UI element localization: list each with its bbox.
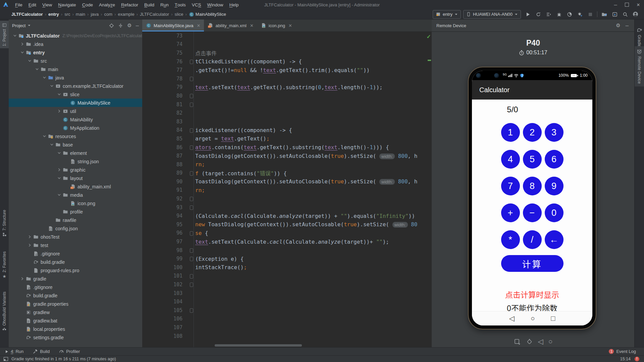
- tree-item-main[interactable]: main: [9, 65, 142, 73]
- key-plus[interactable]: +: [501, 203, 520, 222]
- tree-item-rawfile[interactable]: rawfile: [9, 216, 142, 224]
- tool-strip-gradle[interactable]: Gradle: [635, 25, 644, 50]
- editor-tab-mainabilityslice-java[interactable]: CMainAbilitySlice.java✕: [142, 19, 204, 32]
- menu-vcs[interactable]: VCS: [189, 0, 204, 9]
- tree-expand-icon[interactable]: [48, 84, 55, 88]
- tool-strip-remote-device[interactable]: Remote Device: [635, 46, 644, 86]
- nav-home-button[interactable]: ○: [531, 314, 535, 322]
- collapse-button[interactable]: [118, 23, 123, 28]
- debug-button[interactable]: [554, 10, 564, 18]
- chevron-down-icon[interactable]: [28, 24, 31, 27]
- menu-window[interactable]: Window: [204, 0, 226, 9]
- tree-item-icon-png[interactable]: icon.png: [9, 199, 142, 207]
- tree-item-layout[interactable]: layout: [9, 174, 142, 182]
- tree-item-ability-main-xml[interactable]: <>ability_main.xml: [9, 182, 142, 191]
- menu-navigate[interactable]: Navigate: [55, 0, 79, 9]
- key-7[interactable]: 7: [501, 177, 520, 195]
- fold-marker-icon[interactable]: [190, 145, 193, 150]
- horizontal-scrollbar[interactable]: [215, 344, 302, 347]
- fold-marker-icon[interactable]: [190, 103, 193, 107]
- tree-item-mainability[interactable]: CMainAbility: [9, 115, 142, 124]
- tree-expand-icon[interactable]: [19, 51, 25, 54]
- nav-recent-button[interactable]: □: [551, 314, 555, 322]
- maximize-button[interactable]: [621, 0, 633, 9]
- tree-item-proguard-rules-pro[interactable]: proguard-rules.pro: [9, 266, 142, 275]
- tree-item-slice[interactable]: slice: [9, 90, 142, 99]
- tree-item-jltfcalculator[interactable]: JLTFCalculatorZ:\Projects\DevEcoProjects…: [9, 32, 142, 40]
- locate-button[interactable]: [109, 23, 114, 28]
- fold-marker-icon[interactable]: [190, 197, 193, 201]
- calculate-button[interactable]: 计算: [501, 255, 564, 272]
- back-button[interactable]: ◁: [538, 338, 543, 346]
- tree-item-gradle[interactable]: gradle: [9, 275, 142, 283]
- tree-item-graphic[interactable]: graphic: [9, 166, 142, 174]
- tool-strip-7-structure[interactable]: 7: Structure: [0, 208, 9, 239]
- tree-item-myapplication[interactable]: CMyApplication: [9, 124, 142, 132]
- tree-expand-icon[interactable]: [56, 176, 62, 180]
- key-8[interactable]: 8: [523, 177, 542, 195]
- minimize-button[interactable]: ─: [610, 0, 621, 9]
- tree-expand-icon[interactable]: [26, 243, 33, 247]
- fold-marker-icon[interactable]: [190, 308, 193, 313]
- tree-item-config-json[interactable]: {}config.json: [9, 224, 142, 233]
- tree-expand-icon[interactable]: [56, 93, 62, 96]
- fold-marker-icon[interactable]: [190, 205, 193, 210]
- breadcrumb-item[interactable]: java: [91, 12, 99, 17]
- tree-item-com-example-jltfcalculator[interactable]: com.example.JLTFCalculator: [9, 82, 142, 90]
- breadcrumb-item[interactable]: example: [118, 12, 134, 17]
- menu-edit[interactable]: Edit: [25, 0, 39, 9]
- bottom-tab-4-run[interactable]: 4: Run: [5, 349, 23, 354]
- key-1[interactable]: 1: [501, 123, 520, 142]
- tree-item-java[interactable]: java: [9, 73, 142, 82]
- runwin-button[interactable]: [610, 10, 619, 18]
- menu-code[interactable]: Code: [79, 0, 96, 9]
- rotate-device-button[interactable]: [526, 338, 533, 345]
- avatar-button[interactable]: [631, 10, 640, 18]
- breadcrumb-item[interactable]: com: [104, 12, 113, 17]
- fold-marker-icon[interactable]: [190, 128, 193, 133]
- key-backspace[interactable]: ←: [545, 230, 564, 249]
- run-button[interactable]: [523, 10, 532, 18]
- tree-expand-icon[interactable]: [26, 59, 33, 63]
- attach-button[interactable]: [575, 10, 584, 18]
- breadcrumb-item[interactable]: slice: [175, 12, 183, 17]
- close-button[interactable]: ✕: [633, 0, 644, 9]
- fold-marker-icon[interactable]: [190, 94, 193, 98]
- menu-run[interactable]: Run: [157, 0, 172, 9]
- menu-help[interactable]: Help: [226, 0, 242, 9]
- tree-item-gradlew-bat[interactable]: gradlew.bat: [9, 316, 142, 325]
- fold-marker-icon[interactable]: [190, 171, 193, 176]
- key-9[interactable]: 9: [545, 177, 564, 195]
- breadcrumb-item[interactable]: CMainAbilitySlice: [189, 12, 226, 17]
- menu-build[interactable]: Build: [141, 0, 157, 9]
- device-select[interactable]: HUAWEI ANA-AN00: [463, 10, 521, 19]
- close-icon[interactable]: ✕: [288, 23, 292, 28]
- tree-expand-icon[interactable]: [56, 168, 62, 172]
- tree-item--gitignore[interactable]: .gitignore: [9, 283, 142, 291]
- fold-marker-icon[interactable]: [190, 283, 193, 287]
- gear-button[interactable]: ⚙: [616, 23, 620, 28]
- tree-expand-icon[interactable]: [26, 235, 33, 239]
- tree-item-util[interactable]: util: [9, 107, 142, 115]
- key-minus[interactable]: −: [523, 203, 542, 222]
- breadcrumb-item[interactable]: JLTFCalculator: [140, 12, 169, 17]
- tree-item-local-properties[interactable]: local.properties: [9, 325, 142, 333]
- menu-file[interactable]: File: [12, 0, 25, 9]
- tool-strip-ohosbuild-variants[interactable]: OhosBuild Variants: [0, 290, 9, 334]
- tool-strip-2-favorites[interactable]: 2: Favorites★: [0, 249, 9, 281]
- close-icon[interactable]: ✕: [197, 23, 201, 28]
- restart-button[interactable]: [534, 10, 543, 18]
- devmgr-button[interactable]: [600, 10, 609, 18]
- tree-expand-icon[interactable]: [19, 42, 25, 46]
- search-button[interactable]: [621, 10, 630, 18]
- tree-item--gitignore[interactable]: .gitignore: [9, 249, 142, 258]
- fold-marker-icon[interactable]: [190, 248, 193, 253]
- fold-marker-icon[interactable]: [190, 231, 193, 236]
- error-notification-icon[interactable]: !: [635, 357, 639, 361]
- breadcrumb-item[interactable]: main: [76, 12, 85, 17]
- tree-expand-icon[interactable]: [56, 109, 62, 113]
- tree-expand-icon[interactable]: [19, 277, 25, 281]
- tree-item-element[interactable]: element: [9, 149, 142, 157]
- key-4[interactable]: 4: [501, 150, 520, 169]
- tree-item-build-gradle[interactable]: build.gradle: [9, 258, 142, 266]
